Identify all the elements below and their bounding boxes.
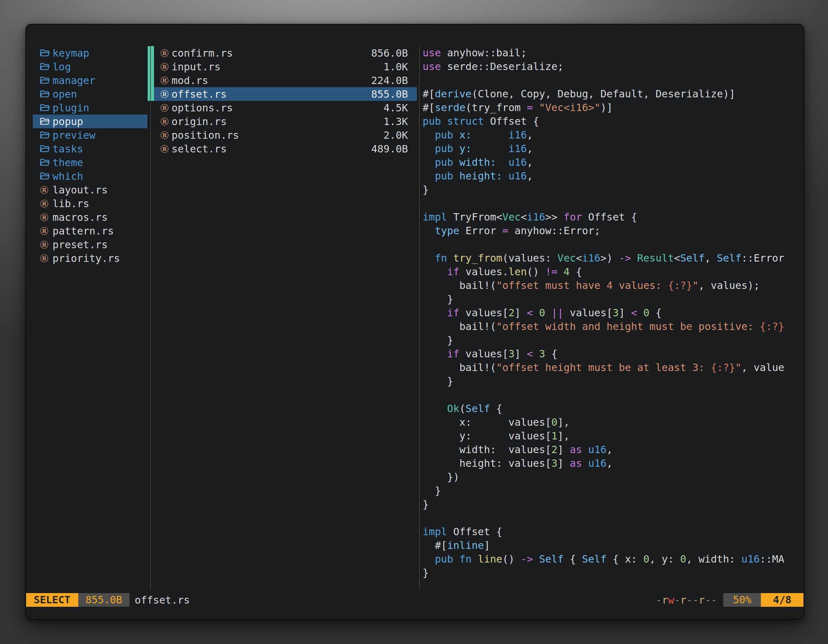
code-line: pub x: i16,: [423, 128, 786, 142]
svg-text:R: R: [42, 201, 47, 207]
current-directory-pane: Rconfirm.rs856.0BRinput.rs1.0KRmod.rs224…: [154, 46, 417, 155]
code-line: }): [423, 470, 786, 484]
file-size: 4.5K: [383, 102, 408, 114]
entry-name: lib.rs: [52, 197, 89, 210]
entry-name: theme: [52, 157, 83, 169]
code-line: impl TryFrom<Vec<i16>> for Offset {: [423, 210, 786, 224]
sidebar-item-manager[interactable]: manager: [33, 74, 147, 87]
code-line: [423, 238, 786, 251]
folder-open-icon: [39, 158, 50, 168]
svg-text:R: R: [42, 241, 47, 248]
rust-icon: R: [39, 213, 50, 222]
svg-text:R: R: [162, 77, 167, 83]
sidebar-item-preset-rs[interactable]: Rpreset.rs: [33, 238, 147, 251]
code-line: [423, 74, 786, 87]
file-name: offset.rs: [171, 88, 227, 100]
file-size: 489.0B: [371, 143, 408, 155]
code-line: [423, 197, 786, 210]
sidebar-item-macros-rs[interactable]: Rmacros.rs: [33, 210, 147, 224]
sidebar-item-preview[interactable]: preview: [33, 128, 147, 142]
code-line: #[serde(try_from = "Vec<i16>")]: [423, 101, 786, 114]
file-size: 2.0K: [383, 129, 408, 141]
svg-text:R: R: [162, 118, 167, 124]
rust-icon: R: [160, 62, 169, 72]
file-row-offset-rs[interactable]: Roffset.rs855.0B: [154, 87, 417, 101]
svg-text:R: R: [162, 64, 167, 70]
rust-icon: R: [39, 254, 50, 263]
file-permissions: -rw-r--r--: [656, 594, 717, 606]
file-row-mod-rs[interactable]: Rmod.rs224.0B: [154, 74, 417, 87]
code-line: impl Offset {: [423, 525, 786, 539]
code-line: bail!("offset height must be at least 3:…: [423, 361, 786, 374]
sidebar-item-log[interactable]: log: [33, 60, 147, 74]
status-filename: offset.rs: [135, 594, 190, 606]
sidebar-item-keymap[interactable]: keymap: [33, 46, 147, 60]
code-line: bail!("offset must have 4 values: {:?}",…: [423, 279, 786, 292]
file-row-origin-rs[interactable]: Rorigin.rs1.3K: [154, 114, 417, 128]
sidebar-item-open[interactable]: open: [33, 87, 147, 101]
file-name: position.rs: [171, 129, 239, 141]
file-name: origin.rs: [171, 116, 227, 128]
file-size: 1.3K: [383, 116, 408, 128]
entry-name: preview: [52, 129, 96, 141]
rust-icon: R: [39, 240, 50, 249]
entry-name: popup: [52, 116, 83, 128]
folder-open-icon: [39, 116, 50, 126]
svg-text:R: R: [42, 228, 47, 234]
svg-text:R: R: [162, 50, 167, 56]
svg-text:R: R: [162, 146, 167, 152]
file-size: 855.0B: [371, 88, 408, 100]
selected-size-badge: 855.0B: [78, 593, 130, 607]
rust-icon: R: [160, 49, 169, 58]
code-line: if values.len() != 4 {: [423, 265, 786, 279]
code-line: use anyhow::bail;: [423, 46, 786, 60]
file-row-select-rs[interactable]: Rselect.rs489.0B: [154, 142, 417, 155]
file-row-input-rs[interactable]: Rinput.rs1.0K: [154, 60, 417, 74]
sidebar-item-lib-rs[interactable]: Rlib.rs: [33, 197, 147, 210]
folder-open-icon: [39, 130, 50, 140]
code-line: width: values[2] as u16,: [423, 443, 786, 457]
svg-text:R: R: [162, 132, 167, 138]
code-line: pub struct Offset {: [423, 114, 786, 128]
status-bar: SELECT 855.0B offset.rs -rw-r--r-- 50% 4…: [26, 593, 803, 607]
code-line: [423, 511, 786, 525]
file-name: mod.rs: [171, 74, 209, 86]
sidebar-item-theme[interactable]: theme: [33, 155, 147, 169]
folder-open-icon: [39, 89, 50, 99]
folder-open-icon: [39, 171, 50, 181]
sidebar-item-plugin[interactable]: plugin: [33, 101, 147, 114]
folder-open-icon: [39, 144, 50, 154]
file-row-confirm-rs[interactable]: Rconfirm.rs856.0B: [154, 46, 417, 60]
code-line: use serde::Deserialize;: [423, 60, 786, 74]
entry-name: log: [52, 61, 71, 73]
rust-icon: R: [160, 76, 169, 85]
code-line: x: values[0],: [423, 415, 786, 429]
file-size: 224.0B: [371, 74, 408, 86]
sidebar-item-priority-rs[interactable]: Rpriority.rs: [33, 251, 147, 265]
svg-text:R: R: [162, 105, 167, 111]
entry-name: which: [52, 170, 83, 182]
file-name: confirm.rs: [171, 47, 233, 59]
file-row-options-rs[interactable]: Roptions.rs4.5K: [154, 101, 417, 114]
code-line: pub fn line() -> Self { Self { x: 0, y: …: [423, 552, 786, 566]
entry-name: pattern.rs: [52, 225, 114, 237]
code-line: }: [423, 292, 786, 306]
code-line: }: [423, 374, 786, 388]
sidebar-item-which[interactable]: which: [33, 169, 147, 183]
code-line: }: [423, 498, 786, 511]
pane-divider-right: [419, 46, 420, 589]
file-row-position-rs[interactable]: Rposition.rs2.0K: [154, 128, 417, 142]
sidebar-item-pattern-rs[interactable]: Rpattern.rs: [33, 224, 147, 238]
sidebar-item-tasks[interactable]: tasks: [33, 142, 147, 155]
sidebar-item-layout-rs[interactable]: Rlayout.rs: [33, 183, 147, 197]
entry-name: open: [52, 88, 77, 100]
rust-icon: R: [160, 117, 169, 126]
code-line: }: [423, 484, 786, 498]
entry-name: preset.rs: [52, 239, 108, 251]
sidebar-item-popup[interactable]: popup: [33, 114, 147, 128]
file-name: input.rs: [171, 61, 221, 73]
filelist-scrollbar-thumb[interactable]: [147, 46, 154, 101]
svg-text:R: R: [42, 255, 47, 261]
rust-icon: R: [160, 144, 169, 154]
entry-name: priority.rs: [52, 252, 120, 265]
